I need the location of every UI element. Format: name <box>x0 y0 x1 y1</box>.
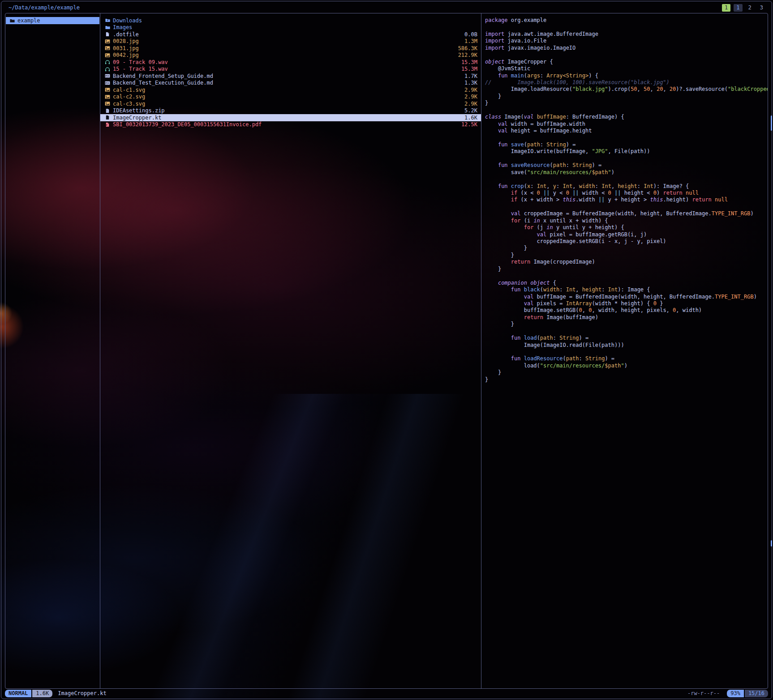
file-row[interactable]: 0031.jpg586.3K <box>100 45 481 52</box>
file-size: 1.3M <box>464 38 477 44</box>
code-line: } <box>485 321 768 328</box>
parent-pane-list: example <box>5 17 100 24</box>
code-line: fun main(args: Array<String>) { <box>485 73 768 79</box>
status-right: -rw-r--r-- 93% 15/16 <box>687 690 768 697</box>
audio-icon <box>105 59 110 65</box>
parent-dir-name: example <box>17 17 40 24</box>
code-line: class Image(val buffImage: BufferedImage… <box>485 114 768 120</box>
code-line: import java.io.File <box>485 38 768 44</box>
file-list: DownloadsImages.dotfile0.0B0028.jpg1.3M0… <box>100 17 481 128</box>
file-name: IDEAsettings.zip <box>113 107 165 114</box>
image-icon <box>105 94 110 100</box>
tab-3[interactable]: 2 <box>746 4 754 12</box>
markdown-icon <box>105 73 110 79</box>
file-row[interactable]: Downloads <box>100 17 481 24</box>
file-row[interactable]: 0042.jpg212.9K <box>100 52 481 59</box>
parent-dir-item[interactable]: example <box>6 17 99 24</box>
file-size: 15.3M <box>461 66 477 72</box>
top-bar: ~/Data/example/example 1123 <box>5 3 768 13</box>
code-line: fun crop(x: Int, y: Int, width: Int, hei… <box>485 183 768 190</box>
tab-4[interactable]: 3 <box>757 4 766 12</box>
code-line <box>485 328 768 335</box>
preview-pane: package org.example import java.awt.imag… <box>481 13 768 688</box>
code-line <box>485 24 768 30</box>
file-size: 2.9K <box>464 101 477 107</box>
file-row[interactable]: Images <box>100 24 481 31</box>
file-row[interactable]: Backend_Test_Execution_Guide.md1.3K <box>100 80 481 87</box>
breadcrumb: ~/Data/example/example <box>5 4 80 11</box>
current-dir-pane: DownloadsImages.dotfile0.0B0028.jpg1.3M0… <box>100 13 481 688</box>
file-size: 12.5K <box>461 121 477 128</box>
code-line: } <box>485 93 768 100</box>
code-line: } <box>485 376 768 383</box>
folder-icon <box>105 24 110 30</box>
tab-bar: 1123 <box>722 4 768 12</box>
file-name: Downloads <box>113 17 142 24</box>
tab-1[interactable]: 1 <box>722 4 730 12</box>
code-line: return Image(buffImage) <box>485 314 768 321</box>
pdf-icon <box>105 121 110 128</box>
file-name: SBI_0032013739_2023_DE05_0003155631Invoi… <box>113 121 262 128</box>
code-line: fun load(path: String) = <box>485 335 768 341</box>
file-size: 2.9K <box>464 87 477 93</box>
file-size: 1.6K <box>464 115 477 121</box>
file-row[interactable]: cal-c2.svg2.9K <box>100 94 481 101</box>
pane-container: example DownloadsImages.dotfile0.0B0028.… <box>5 13 768 689</box>
code-line: buffImage.setRGB(0, 0, width, height, pi… <box>485 307 768 314</box>
status-filename: ImageCropper.kt <box>58 690 106 696</box>
file-row[interactable]: IDEAsettings.zip5.2K <box>100 107 481 115</box>
file-name: Backend_Frontend_Setup_Guide.md <box>113 73 213 79</box>
code-line: val croppedImage = BufferedImage(width, … <box>485 210 768 217</box>
code-line: fun save(path: String) = <box>485 141 768 148</box>
file-size: 586.3K <box>458 45 477 51</box>
file-size: 2.9K <box>464 94 477 100</box>
image-icon <box>105 52 110 58</box>
file-row[interactable]: 15 - Track 15.wav15.3M <box>100 66 481 73</box>
file-row[interactable]: Backend_Frontend_Setup_Guide.md1.7K <box>100 73 481 80</box>
file-name: cal-c1.svg <box>113 87 145 93</box>
folder-icon <box>9 17 15 24</box>
file-row[interactable]: ImageCropper.kt1.6K <box>100 114 481 121</box>
file-name: 0028.jpg <box>113 38 139 44</box>
code-line: val pixels = IntArray(width * height) { … <box>485 300 768 307</box>
code-line: fun loadResource(path: String) = <box>485 355 768 362</box>
tab-2[interactable]: 1 <box>734 4 742 12</box>
image-icon <box>105 87 110 93</box>
markdown-icon <box>105 80 110 86</box>
code-line: for (i in x until x + width) { <box>485 218 768 224</box>
file-row[interactable]: SBI_0032013739_2023_DE05_0003155631Invoi… <box>100 121 481 128</box>
file-row[interactable]: .dotfile0.0B <box>100 31 481 38</box>
code-line <box>485 155 768 162</box>
code-line <box>485 349 768 355</box>
kotlin-icon <box>105 115 110 121</box>
file-size: 1.3K <box>464 80 477 86</box>
code-line: val pixel = buffImage.getRGB(i, j) <box>485 231 768 238</box>
code-line <box>485 107 768 114</box>
desktop-wallpaper: { "topbar": { "path": "~/Data/example/ex… <box>0 0 773 700</box>
code-preview: package org.example import java.awt.imag… <box>485 17 768 383</box>
preview-scrollbar-thumb[interactable] <box>771 115 772 131</box>
code-line: } <box>485 100 768 107</box>
code-line: for (j in y until y + height) { <box>485 224 768 231</box>
code-line: @JvmStatic <box>485 65 768 72</box>
file-row[interactable]: cal-c1.svg2.9K <box>100 86 481 94</box>
file-name: Images <box>113 24 132 30</box>
code-line: if (x < 0 || y < 0 || width < 0 || heigh… <box>485 190 768 196</box>
file-size: 1.7K <box>464 73 477 79</box>
file-row[interactable]: cal-c3.svg2.9K <box>100 100 481 107</box>
audio-icon <box>105 66 110 72</box>
code-line <box>485 134 768 141</box>
code-line: val height = buffImage.height <box>485 128 768 134</box>
code-line: croppedImage.setRGB(i - x, j - y, pixel) <box>485 238 768 245</box>
code-line <box>485 204 768 210</box>
image-icon <box>105 45 110 51</box>
code-line: } <box>485 252 768 259</box>
file-name: cal-c3.svg <box>113 101 145 107</box>
code-line: package org.example <box>485 17 768 24</box>
file-row[interactable]: 09 - Track 09.wav15.3M <box>100 59 481 66</box>
code-line: ImageIO.write(buffImage, "JPG", File(pat… <box>485 148 768 155</box>
file-row[interactable]: 0028.jpg1.3M <box>100 38 481 45</box>
file-size: 15.3M <box>461 59 477 65</box>
cursor-position-badge: 15/16 <box>745 690 768 697</box>
code-line <box>485 176 768 183</box>
